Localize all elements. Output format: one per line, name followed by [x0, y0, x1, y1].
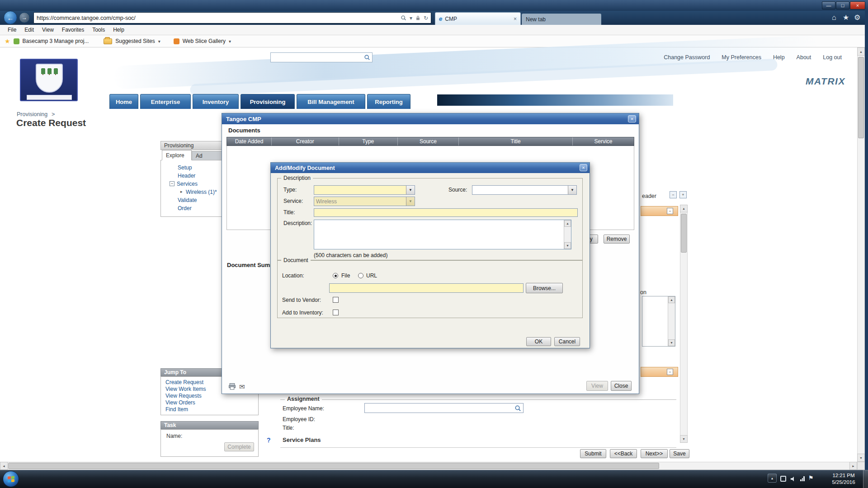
employee-name-input[interactable]	[364, 403, 524, 413]
maximize-button[interactable]: □	[836, 1, 849, 9]
collapse-section-box[interactable]: −	[667, 208, 673, 214]
submit-button[interactable]: Submit	[580, 449, 606, 458]
scroll-right-button[interactable]: ►	[849, 462, 857, 470]
scroll-down-button[interactable]: ▼	[857, 454, 865, 462]
send-to-vendor-checkbox[interactable]	[333, 297, 339, 303]
expand-all-icon[interactable]: +	[679, 191, 687, 198]
action-center-flag-icon[interactable]: ⚑	[808, 474, 814, 481]
scroll-up-button[interactable]: ▲	[680, 205, 688, 212]
url-radio-label[interactable]: URL	[366, 272, 377, 279]
favorite-suggested-sites[interactable]: Suggested Sites	[115, 38, 155, 44]
show-desktop-button[interactable]	[863, 470, 868, 488]
file-radio-label[interactable]: File	[341, 272, 350, 279]
tab-advanced[interactable]: Ad	[192, 151, 224, 160]
favorite-basecamp[interactable]: Basecamp 3 Manage proj...	[23, 38, 89, 44]
title-input[interactable]	[314, 208, 578, 217]
refresh-icon[interactable]: ↻	[424, 15, 428, 21]
tree-item-setup[interactable]: Setup	[178, 164, 192, 171]
favorites-star-icon[interactable]: ★	[5, 38, 10, 45]
link-change-password[interactable]: Change Password	[664, 54, 710, 61]
nav-tab-provisioning[interactable]: Provisioning	[241, 94, 295, 109]
jump-link-view-requests[interactable]: View Requests	[165, 393, 202, 399]
textarea-scrollbar[interactable]: ▲ ▼	[668, 296, 675, 346]
back-button[interactable]: ←	[4, 11, 17, 24]
tree-expand-arrow-icon[interactable]: ▸	[180, 189, 183, 194]
minimize-button[interactable]: —	[822, 1, 835, 9]
modal-close-button[interactable]: ×	[628, 115, 636, 122]
scroll-up-button[interactable]: ▲	[857, 47, 865, 56]
file-radio[interactable]	[333, 273, 338, 278]
nav-tab-home[interactable]: Home	[109, 94, 138, 109]
tray-app-icon[interactable]	[780, 476, 786, 482]
menu-help[interactable]: Help	[109, 27, 128, 33]
settings-gear-icon[interactable]: ⚙	[854, 14, 860, 21]
caret-down-icon[interactable]: ▾	[410, 15, 412, 21]
help-question-icon[interactable]: ?	[267, 436, 271, 444]
nav-tab-inventory[interactable]: Inventory	[193, 94, 239, 109]
scroll-up-button[interactable]: ▲	[564, 220, 571, 227]
source-dropdown[interactable]: ▼	[472, 185, 577, 195]
print-icon[interactable]	[228, 383, 236, 392]
menu-view[interactable]: View	[38, 27, 58, 33]
caret-down-icon[interactable]: ▾	[229, 39, 231, 44]
search-icon[interactable]	[514, 405, 521, 412]
ok-button[interactable]: OK	[526, 337, 551, 346]
tree-collapse-icon[interactable]: −	[170, 181, 175, 186]
tree-item-header[interactable]: Header	[178, 173, 195, 179]
search-icon[interactable]	[401, 15, 406, 21]
close-window-button[interactable]: ×	[850, 1, 865, 9]
scroll-down-button[interactable]: ▼	[668, 339, 675, 346]
scroll-thumb[interactable]	[681, 214, 687, 253]
dialog-titlebar[interactable]: Add/Modify Document	[271, 163, 590, 173]
link-my-preferences[interactable]: My Preferences	[722, 54, 761, 61]
nav-tab-bill-management[interactable]: Bill Management	[297, 94, 365, 109]
tree-item-services[interactable]: Services	[177, 181, 198, 187]
textarea-scrollbar[interactable]: ▲ ▼	[564, 220, 571, 249]
link-log-out[interactable]: Log out	[823, 54, 842, 61]
tab-explore[interactable]: Explore	[162, 150, 192, 160]
jump-link-find-item[interactable]: Find Item	[165, 406, 188, 413]
file-path-input[interactable]	[329, 283, 524, 293]
browse-button[interactable]: Browse...	[526, 283, 563, 293]
cancel-button[interactable]: Cancel	[554, 337, 580, 346]
email-icon[interactable]: ✉	[239, 383, 245, 391]
link-help[interactable]: Help	[773, 54, 785, 61]
menu-favorites[interactable]: Favorites	[58, 27, 88, 33]
scroll-down-button[interactable]: ▼	[680, 435, 688, 443]
menu-tools[interactable]: Tools	[88, 27, 109, 33]
type-dropdown[interactable]: ▼	[314, 185, 415, 195]
next-button[interactable]: Next>>	[641, 449, 668, 458]
caret-down-icon[interactable]: ▾	[158, 39, 160, 44]
scroll-up-button[interactable]: ▲	[668, 296, 675, 303]
address-bar[interactable]: https://commcare.tangoe.com/cmp-soc/ ▾ ↻	[33, 12, 431, 23]
nav-tab-enterprise[interactable]: Enterprise	[140, 94, 191, 109]
tree-item-wireless[interactable]: Wireless (1)*	[186, 189, 217, 195]
url-radio[interactable]	[358, 273, 363, 278]
tree-item-order[interactable]: Order	[178, 205, 192, 211]
remove-button[interactable]: Remove	[604, 235, 630, 244]
view-button[interactable]: View	[586, 381, 608, 391]
network-icon[interactable]	[800, 476, 805, 481]
clipped-textarea[interactable]: ▲ ▼	[642, 296, 675, 347]
volume-icon[interactable]	[790, 476, 797, 482]
menu-edit[interactable]: Edit	[20, 27, 38, 33]
forward-button[interactable]: →	[19, 12, 30, 23]
add-to-inventory-checkbox[interactable]	[333, 310, 339, 315]
browser-titlebar[interactable]: — □ ×	[0, 0, 868, 11]
back-button[interactable]: <<Back	[610, 449, 637, 458]
jump-link-create-request[interactable]: Create Request	[165, 379, 203, 385]
tree-item-validate[interactable]: Validate	[178, 197, 197, 203]
home-icon[interactable]: ⌂	[832, 14, 836, 21]
breadcrumb-provisioning[interactable]: Provisioning	[17, 111, 47, 117]
tab-close-icon[interactable]: ×	[514, 16, 517, 22]
collapse-all-icon[interactable]: −	[670, 191, 677, 198]
vertical-scroll-thumb[interactable]	[858, 57, 864, 138]
collapse-section-box[interactable]: −	[667, 369, 673, 375]
menu-file[interactable]: File	[4, 27, 20, 33]
tab-cmp[interactable]: e CMP ×	[435, 12, 521, 25]
link-about[interactable]: About	[797, 54, 811, 61]
modal-titlebar[interactable]: Tangoe CMP	[222, 113, 639, 124]
complete-button[interactable]: Complete	[224, 442, 254, 451]
scroll-down-button[interactable]: ▼	[564, 242, 571, 249]
save-button[interactable]: Save	[670, 449, 689, 458]
